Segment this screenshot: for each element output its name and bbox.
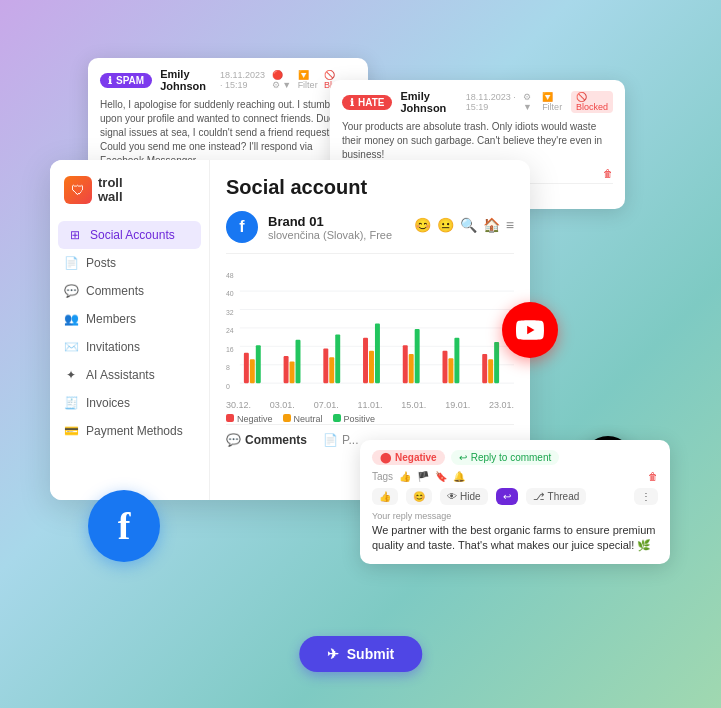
hate-icons: ⚙ ▼ [523,92,536,112]
bar-chart: 0 8 16 24 32 40 48 [226,264,514,394]
svg-rect-22 [296,340,301,383]
thread-btn[interactable]: ⎇ Thread [526,488,587,505]
tab-posts-label: P... [342,433,358,447]
svg-text:40: 40 [226,289,234,298]
svg-rect-34 [454,338,459,384]
emoji-icon: 😊 [413,491,425,502]
svg-rect-18 [250,359,255,383]
svg-text:48: 48 [226,271,234,280]
hate-filter[interactable]: 🔽 Filter [542,92,565,112]
account-card: f Brand 01 slovenčina (Slovak), Free 😊 😐… [226,211,514,254]
svg-rect-29 [403,345,408,383]
svg-text:24: 24 [226,326,234,335]
toolbar-smiley[interactable]: 😊 [414,217,431,233]
sidebar-item-payment-methods[interactable]: 💳 Payment Methods [50,417,209,445]
tab-comments[interactable]: 💬 Comments [226,433,307,447]
legend-neutral: Neutral [294,414,323,424]
sidebar-label-payment: Payment Methods [86,424,183,438]
chart-label-0: 30.12. [226,400,251,410]
submit-button[interactable]: ✈ Submit [299,636,422,672]
sidebar: 🛡 troll wall ⊞ Social Accounts 📄 Posts 💬… [50,160,210,500]
svg-rect-23 [323,349,328,384]
chart-label-2: 07.01. [314,400,339,410]
invoices-icon: 🧾 [64,396,78,410]
svg-text:16: 16 [226,344,234,353]
svg-text:0: 0 [226,381,230,390]
like-icon: 👍 [379,491,391,502]
reply-actions-row: 👍 😊 👁 Hide ↩ ⎇ Thread ⋮ [372,488,658,505]
tag-alert[interactable]: 🔔 [453,471,465,482]
toolbar-list[interactable]: ≡ [506,217,514,233]
chart-label-4: 15.01. [401,400,426,410]
account-subtitle: slovenčina (Slovak), Free [268,229,392,241]
posts-icon: 📄 [64,256,78,270]
reply-icon-sm: ↩ [459,452,467,463]
sidebar-item-members[interactable]: 👥 Members [50,305,209,333]
chart-x-labels: 30.12. 03.01. 07.01. 11.01. 15.01. 19.01… [226,400,514,410]
thread-icon: ⎇ [533,491,545,502]
sidebar-item-posts[interactable]: 📄 Posts [50,249,209,277]
svg-rect-24 [329,357,334,383]
youtube-float-icon [502,302,558,358]
chart-label-1: 03.01. [270,400,295,410]
hate-icon: ℹ [350,97,354,108]
hate-badge-label: HATE [358,97,384,108]
tag-delete[interactable]: 🗑 [648,471,658,482]
toolbar-emoji2[interactable]: 😐 [437,217,454,233]
sidebar-label-comments: Comments [86,284,144,298]
spam-icon: ℹ [108,75,112,86]
svg-rect-26 [363,338,368,384]
tag-flag[interactable]: 🏴 [417,471,429,482]
chart-label-6: 23.01. [489,400,514,410]
comments-icon: 💬 [64,284,78,298]
members-icon: 👥 [64,312,78,326]
reply-action-btn[interactable]: ↩ [496,488,518,505]
hate-blocked-badge: 🚫 Blocked [571,91,613,113]
hide-action-btn[interactable]: 👁 Hide [440,488,488,505]
svg-rect-37 [494,342,499,383]
tab-posts-icon: 📄 [323,433,338,447]
svg-rect-35 [482,354,487,383]
svg-rect-30 [409,354,414,383]
sidebar-item-invoices[interactable]: 🧾 Invoices [50,389,209,417]
thread-label: Thread [548,491,580,502]
tag-bookmark[interactable]: 🔖 [435,471,447,482]
tab-comments-icon: 💬 [226,433,241,447]
emoji-action-btn[interactable]: 😊 [406,488,432,505]
hide-btn-label: Hide [460,491,481,502]
chart-area: 0 8 16 24 32 40 48 [226,264,514,424]
sidebar-item-social-accounts[interactable]: ⊞ Social Accounts [58,221,201,249]
hate-date: 18.11.2023 · 15:19 [466,92,517,112]
tags-row: Tags 👍 🏴 🔖 🔔 🗑 [372,471,658,482]
icons-row: 🔴 ⚙ ▼ [272,70,292,90]
sidebar-item-comments[interactable]: 💬 Comments [50,277,209,305]
svg-rect-17 [244,353,249,383]
hate-badge: ℹ HATE [342,95,392,110]
svg-rect-31 [415,329,420,383]
sidebar-item-ai-assistants[interactable]: ✦ AI Assistants [50,361,209,389]
account-info: Brand 01 slovenčina (Slovak), Free [268,214,392,241]
sidebar-label-ai: AI Assistants [86,368,155,382]
reply-back-icon: ↩ [503,491,511,502]
more-btn[interactable]: ⋮ [634,488,658,505]
tab-posts[interactable]: 📄 P... [323,433,358,447]
sidebar-item-invitations[interactable]: ✉️ Invitations [50,333,209,361]
reply-card: ⬤ Negative ↩ Reply to comment Tags 👍 🏴 🔖… [360,440,670,564]
like-action-btn[interactable]: 👍 [372,488,398,505]
tag-thumb[interactable]: 👍 [399,471,411,482]
svg-rect-27 [369,351,374,384]
spam-user-name: Emily Johnson [160,68,212,92]
logo-icon: 🛡 [64,176,92,204]
toolbar-home[interactable]: 🏠 [483,217,500,233]
page-title: Social account [226,176,514,199]
reply-message-text: We partner with the best organic farms t… [372,523,658,554]
svg-rect-33 [448,358,453,383]
svg-rect-32 [442,351,447,384]
payment-icon: 💳 [64,424,78,438]
spam-date: 18.11.2023 · 15:19 [220,70,266,90]
svg-rect-19 [256,345,261,383]
spam-filter[interactable]: 🔽 Filter [298,70,318,90]
svg-rect-25 [335,334,340,383]
spam-badge-label: SPAM [116,75,144,86]
toolbar-zoom-out[interactable]: 🔍 [460,217,477,233]
